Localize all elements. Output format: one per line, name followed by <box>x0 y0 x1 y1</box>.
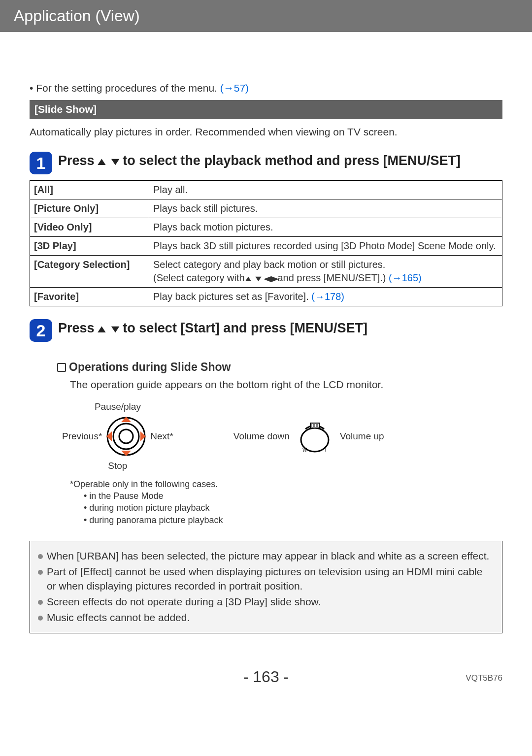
volume-diagram: Volume down W T Volume up <box>231 419 387 454</box>
table-row: [Favorite] Play back pictures set as [Fa… <box>30 288 502 306</box>
link-178[interactable]: (→178) <box>311 291 344 302</box>
dpad-right-label: Next* <box>150 430 173 443</box>
zoom-lever-icon: W T <box>296 419 334 454</box>
step-2-text: Press ▲▼ to select [Start] and press [ME… <box>58 319 367 336</box>
table-row: [Picture Only]Plays back still pictures. <box>30 199 502 218</box>
up-down-icon: ▲▼ <box>95 155 123 168</box>
doc-id: VQT5B76 <box>466 673 502 683</box>
dpad-up-label: Pause/play <box>95 400 141 413</box>
section-desc: Automatically play pictures in order. Re… <box>30 125 502 139</box>
table-row: [All]Play all. <box>30 181 502 199</box>
dpad-left-label: Previous* <box>62 430 102 443</box>
content: • For the setting procedures of the menu… <box>0 32 532 648</box>
infobox-item: When [URBAN] has been selected, the pict… <box>38 549 494 563</box>
up-down-icon: ▲▼ <box>95 323 123 335</box>
star-bullets: in the Pause Mode during motion picture … <box>84 490 502 526</box>
footer: - 163 - VQT5B76 <box>0 648 532 696</box>
svg-text:T: T <box>324 447 327 453</box>
star-bullet: during panorama picture playback <box>84 514 502 526</box>
volume-up-label: Volume up <box>340 430 384 443</box>
step-1: 1 Press ▲▼ to select the playback method… <box>30 152 502 174</box>
star-bullet: during motion picture playback <box>84 502 502 514</box>
square-bullet-icon <box>57 363 66 372</box>
infobox: When [URBAN] has been selected, the pict… <box>30 541 502 633</box>
operations-desc: The operation guide appears on the botto… <box>70 378 502 392</box>
intro-link[interactable]: (→57) <box>220 82 249 94</box>
star-note: *Operable only in the following cases. <box>70 478 502 490</box>
dpad-icon <box>105 415 147 458</box>
arrows-icon: ▲▼◀▶ <box>243 273 279 284</box>
table-row: [Video Only]Plays back motion pictures. <box>30 218 502 237</box>
intro-line: • For the setting procedures of the menu… <box>30 81 502 95</box>
diagram-row: Pause/play Previous* Next* Stop Volume d… <box>59 398 502 474</box>
table-row: [3D Play]Plays back 3D still pictures re… <box>30 237 502 256</box>
svg-point-1 <box>113 424 139 449</box>
step-badge-1: 1 <box>30 152 52 174</box>
svg-point-2 <box>119 429 133 443</box>
operations-heading: Operations during Slide Show <box>57 360 502 375</box>
svg-text:W: W <box>302 447 307 453</box>
step-1-text: Press ▲▼ to select the playback method a… <box>58 152 461 168</box>
page-header: Application (View) <box>0 0 532 32</box>
link-165[interactable]: (→165) <box>389 272 422 283</box>
table-row: [Category Selection] Select category and… <box>30 256 502 288</box>
infobox-item: Music effects cannot be added. <box>38 611 494 625</box>
infobox-item: Part of [Effect] cannot be used when dis… <box>38 565 494 593</box>
star-bullet: in the Pause Mode <box>84 490 502 502</box>
intro-text: For the setting procedures of the menu. <box>36 82 217 94</box>
step-2: 2 Press ▲▼ to select [Start] and press [… <box>30 319 502 342</box>
infobox-item: Screen effects do not operate during a [… <box>38 595 494 609</box>
section-bar-slide-show: [Slide Show] <box>30 100 502 119</box>
page-number: - 163 - <box>243 668 289 686</box>
step-badge-2: 2 <box>30 319 52 342</box>
volume-down-label: Volume down <box>233 430 290 443</box>
dpad-diagram: Pause/play Previous* Next* Stop <box>59 398 176 474</box>
options-table: [All]Play all. [Picture Only]Plays back … <box>30 180 502 306</box>
dpad-down-label: Stop <box>108 460 127 472</box>
